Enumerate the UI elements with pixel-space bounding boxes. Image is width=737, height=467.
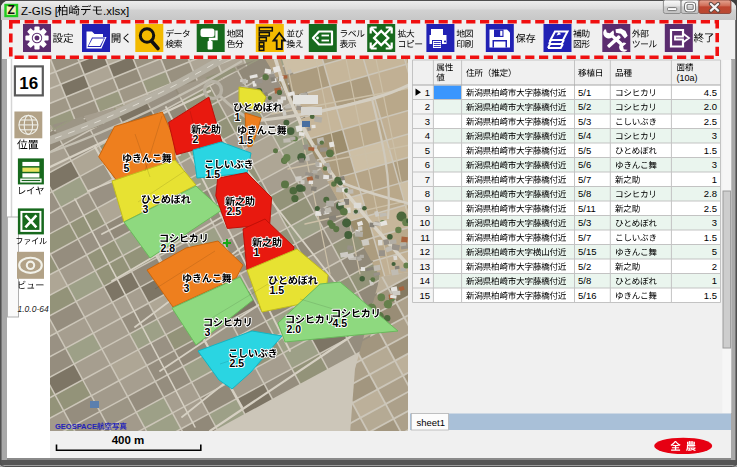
svg-text:3: 3 bbox=[712, 217, 717, 228]
svg-text:5: 5 bbox=[712, 246, 717, 257]
svg-text:6: 6 bbox=[425, 159, 430, 170]
svg-text:1: 1 bbox=[254, 246, 260, 258]
svg-text:sheet1: sheet1 bbox=[417, 417, 446, 428]
svg-text:5/8: 5/8 bbox=[578, 188, 591, 199]
svg-text:1.0.0-64: 1.0.0-64 bbox=[18, 304, 49, 314]
svg-text:2.0: 2.0 bbox=[287, 323, 302, 335]
svg-text:1.5: 1.5 bbox=[206, 168, 221, 180]
svg-text:2: 2 bbox=[193, 133, 199, 145]
svg-text:5/3: 5/3 bbox=[578, 217, 591, 228]
svg-text:.xlsx]: .xlsx] bbox=[103, 5, 129, 17]
svg-text:Z: Z bbox=[8, 3, 15, 17]
svg-text:2.5: 2.5 bbox=[704, 116, 717, 127]
svg-text:5/2: 5/2 bbox=[578, 261, 591, 272]
svg-text:5/11: 5/11 bbox=[578, 203, 596, 214]
svg-text:5/16: 5/16 bbox=[578, 290, 597, 301]
svg-text:5/6: 5/6 bbox=[578, 159, 591, 170]
svg-text:1.5: 1.5 bbox=[704, 145, 717, 156]
svg-text:5/8: 5/8 bbox=[578, 275, 591, 286]
svg-text:14: 14 bbox=[419, 275, 430, 286]
svg-text:3: 3 bbox=[143, 203, 149, 215]
svg-text:1: 1 bbox=[425, 87, 430, 98]
svg-text:GEOSPACE: GEOSPACE bbox=[55, 422, 97, 431]
svg-text:5/2: 5/2 bbox=[578, 101, 591, 112]
svg-text:2.5: 2.5 bbox=[230, 357, 245, 369]
svg-text:2: 2 bbox=[425, 101, 430, 112]
svg-text:2.0: 2.0 bbox=[704, 101, 717, 112]
svg-text:11: 11 bbox=[420, 232, 430, 243]
svg-text:1: 1 bbox=[712, 275, 717, 286]
svg-text:1: 1 bbox=[235, 111, 241, 123]
svg-text:8: 8 bbox=[425, 188, 430, 199]
svg-text:5/4: 5/4 bbox=[578, 130, 591, 141]
svg-text:(10a): (10a) bbox=[677, 73, 698, 83]
svg-text:3: 3 bbox=[184, 282, 190, 294]
svg-text:2: 2 bbox=[712, 261, 717, 272]
svg-text:15: 15 bbox=[419, 290, 430, 301]
svg-text:3: 3 bbox=[712, 159, 717, 170]
svg-text:1: 1 bbox=[712, 174, 717, 185]
svg-text:4.5: 4.5 bbox=[333, 317, 348, 329]
svg-text:5: 5 bbox=[124, 162, 130, 174]
svg-text:Z-GIS [: Z-GIS [ bbox=[21, 5, 59, 17]
svg-text:5/5: 5/5 bbox=[578, 145, 591, 156]
svg-text:1.5: 1.5 bbox=[270, 284, 285, 296]
svg-text:5/15: 5/15 bbox=[578, 246, 597, 257]
svg-text:3: 3 bbox=[205, 326, 211, 338]
svg-text:10: 10 bbox=[419, 217, 430, 228]
svg-text:5/7: 5/7 bbox=[578, 232, 591, 243]
svg-text:13: 13 bbox=[419, 261, 430, 272]
svg-text:2.8: 2.8 bbox=[704, 188, 717, 199]
svg-text:5/7: 5/7 bbox=[578, 174, 591, 185]
svg-text:12: 12 bbox=[419, 246, 430, 257]
svg-text:7: 7 bbox=[425, 174, 430, 185]
svg-text:400 m: 400 m bbox=[112, 434, 145, 446]
svg-text:1.5: 1.5 bbox=[704, 290, 717, 301]
svg-text:5/1: 5/1 bbox=[578, 87, 591, 98]
svg-text:3: 3 bbox=[425, 116, 430, 127]
svg-text:4: 4 bbox=[425, 130, 430, 141]
svg-text:16: 16 bbox=[19, 74, 38, 93]
svg-text:2.5: 2.5 bbox=[704, 203, 717, 214]
svg-text:3: 3 bbox=[712, 130, 717, 141]
svg-text:5/3: 5/3 bbox=[578, 116, 591, 127]
svg-text:1.5: 1.5 bbox=[704, 232, 717, 243]
svg-text:1.5: 1.5 bbox=[239, 134, 254, 146]
svg-text:5: 5 bbox=[425, 145, 430, 156]
svg-text:4.5: 4.5 bbox=[704, 87, 717, 98]
svg-text:9: 9 bbox=[425, 203, 430, 214]
svg-text:2.5: 2.5 bbox=[227, 205, 242, 217]
svg-text:2.8: 2.8 bbox=[161, 242, 176, 254]
